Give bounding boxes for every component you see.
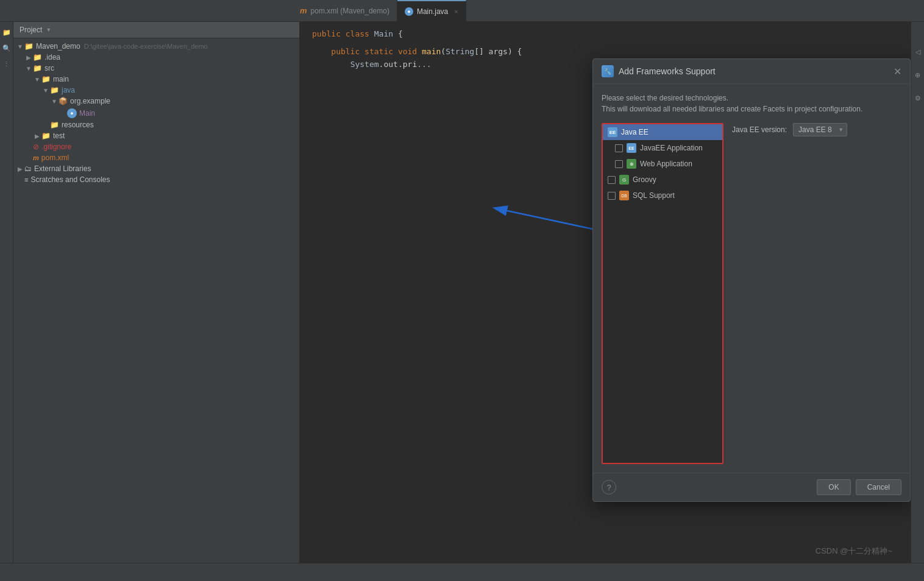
dialog-desc-line1: Please select the desired technologies. [602, 93, 901, 104]
tab-pom-label: pom.xml (Maven_demo) [311, 7, 389, 15]
tree-arrow-main: ▼ [33, 76, 41, 83]
javaee-app-icon: EE [627, 143, 636, 153]
tree-label-test: test [53, 132, 65, 140]
tree-arrow-gitignore: ▶ [24, 144, 33, 150]
watermark: CSDN @十二分精神~ [816, 546, 892, 557]
version-label: Java EE version: [732, 125, 787, 134]
tree-item-Main[interactable]: ▶ ● Main [13, 107, 299, 119]
sql-checkbox[interactable] [608, 192, 616, 200]
tree-label-pomxml: pom.xml [41, 153, 69, 162]
library-icon: 🗂 [24, 164, 32, 173]
project-title: Project [20, 26, 42, 34]
framework-item-groovy[interactable]: G Groovy [603, 172, 722, 188]
javaee-app-checkbox[interactable] [615, 144, 623, 152]
sidebar-icon-folder[interactable]: 📁 [1, 27, 12, 38]
framework-list: EE Java EE EE JavaEE Application [602, 123, 723, 464]
right-icon-3[interactable]: ⚙ [912, 93, 923, 104]
dialog-title-icon: 🔧 [602, 65, 614, 77]
package-icon: 📦 [59, 97, 68, 105]
left-sidebar: 📁 🔍 ⋮ [0, 22, 13, 563]
tab-main[interactable]: ● Main.java × [397, 0, 466, 21]
tree-label-resources: resources [62, 121, 94, 129]
right-icon-1[interactable]: ◁ [912, 46, 923, 57]
tree-item-maven-demo[interactable]: ▼ 📁 Maven_demo D:\gitee\java-code-exerci… [13, 41, 299, 52]
framework-item-javaee-app[interactable]: EE JavaEE Application [603, 140, 722, 156]
tab-main-label: Main.java [417, 7, 448, 16]
groovy-label: Groovy [633, 175, 656, 184]
dropdown-icon[interactable]: ▼ [46, 27, 51, 33]
tree-item-gitignore[interactable]: ▶ ⊘ .gitignore [13, 141, 299, 152]
main-area: 📁 🔍 ⋮ Project ▼ ▼ 📁 Maven_demo D:\gitee\… [0, 22, 924, 563]
project-header[interactable]: Project ▼ [13, 22, 299, 38]
version-row: Java EE version: Java EE 8 Java EE 7 Jav… [732, 123, 901, 136]
dialog-footer: ? OK Cancel [593, 473, 910, 501]
tree-arrow: ▼ [16, 43, 24, 50]
tree-item-ext-libs[interactable]: ▶ 🗂 External Libraries [13, 163, 299, 174]
folder-icon-java: 📁 [50, 86, 59, 94]
tree-item-main[interactable]: ▼ 📁 main [13, 74, 299, 85]
dialog-overlay: 🔧 Add Frameworks Support ✕ Please select… [300, 22, 911, 563]
right-icon-2[interactable]: ⊕ [912, 69, 923, 80]
tree-label-idea: .idea [44, 53, 60, 62]
folder-icon-idea: 📁 [33, 53, 42, 62]
framework-item-webapp[interactable]: ⊕ Web Application [603, 156, 722, 172]
javaee-app-label: JavaEE Application [640, 144, 703, 152]
folder-icon-resources: 📁 [50, 121, 59, 129]
tree-item-test[interactable]: ▶ 📁 test [13, 130, 299, 141]
framework-item-javaee[interactable]: EE Java EE [603, 124, 722, 140]
dialog-description: Please select the desired technologies. … [602, 93, 901, 114]
tree-item-scratches[interactable]: ▶ ≡ Scratches and Consoles [13, 174, 299, 185]
dialog-main: EE Java EE EE JavaEE Application [602, 123, 901, 464]
project-panel: Project ▼ ▼ 📁 Maven_demo D:\gitee\java-c… [13, 22, 300, 563]
ok-button[interactable]: OK [817, 479, 850, 495]
project-tree: ▼ 📁 Maven_demo D:\gitee\java-code-exerci… [13, 38, 299, 563]
tree-label-scratches: Scratches and Consoles [30, 175, 110, 184]
folder-icon: 📁 [24, 42, 34, 51]
maven-icon: m [300, 6, 307, 15]
bottom-strip [0, 563, 924, 581]
tab-pom[interactable]: m pom.xml (Maven_demo) [293, 0, 397, 21]
version-select[interactable]: Java EE 8 Java EE 7 Java EE 6 [793, 123, 847, 136]
right-sidebar: ◁ ⊕ ⚙ [911, 22, 924, 563]
tree-arrow-pomxml: ▶ [24, 155, 33, 161]
folder-icon-test: 📁 [41, 132, 51, 140]
dialog-body: Please select the desired technologies. … [593, 84, 910, 473]
class-icon: ● [405, 7, 413, 16]
sidebar-icon-search[interactable]: 🔍 [1, 43, 12, 54]
tree-label-org: org.example [70, 97, 110, 105]
tree-item-org-example[interactable]: ▼ 📦 org.example [13, 96, 299, 107]
dialog-desc-line2: This will download all needed libraries … [602, 104, 901, 114]
tree-arrow-java: ▼ [41, 87, 50, 94]
dialog-title: Add Frameworks Support [619, 66, 889, 76]
sidebar-icon-dots[interactable]: ⋮ [1, 58, 12, 69]
tree-arrow-scratches: ▶ [16, 177, 24, 183]
tree-item-resources[interactable]: ▶ 📁 resources [13, 119, 299, 130]
folder-icon-main: 📁 [41, 75, 51, 83]
tree-label-Main: Main [79, 109, 95, 118]
folder-icon-src: 📁 [33, 64, 42, 72]
tree-arrow-resources: ▶ [41, 122, 50, 129]
tree-label-gitignore: .gitignore [41, 143, 71, 151]
dialog-close-button[interactable]: ✕ [894, 66, 901, 77]
code-area: public class Main { public static void m… [300, 22, 911, 563]
webapp-label: Web Application [640, 160, 692, 168]
dialog-right: Java EE version: Java EE 8 Java EE 7 Jav… [732, 123, 901, 464]
groovy-checkbox[interactable] [608, 176, 616, 184]
tab-bar: m pom.xml (Maven_demo) ● Main.java × [0, 0, 924, 22]
version-select-wrapper: Java EE 8 Java EE 7 Java EE 6 [793, 123, 847, 136]
groovy-icon: G [619, 175, 629, 185]
tree-label-ext: External Libraries [34, 164, 91, 173]
tree-path: D:\gitee\java-code-exercise\Maven_demo [84, 43, 208, 50]
maven-file-icon: m [33, 154, 39, 161]
webapp-checkbox[interactable] [615, 160, 623, 168]
tree-item-idea[interactable]: ▶ 📁 .idea [13, 52, 299, 63]
tree-item-pomxml[interactable]: ▶ m pom.xml [13, 152, 299, 163]
tree-arrow-org: ▼ [50, 98, 59, 105]
help-button[interactable]: ? [602, 480, 616, 495]
cancel-button[interactable]: Cancel [856, 479, 901, 495]
tree-item-src[interactable]: ▼ 📁 src [13, 63, 299, 74]
close-icon[interactable]: × [454, 8, 458, 15]
jee-icon: EE [608, 127, 617, 137]
framework-item-sql[interactable]: DB SQL Support [603, 188, 722, 203]
tree-item-java[interactable]: ▼ 📁 java [13, 85, 299, 96]
